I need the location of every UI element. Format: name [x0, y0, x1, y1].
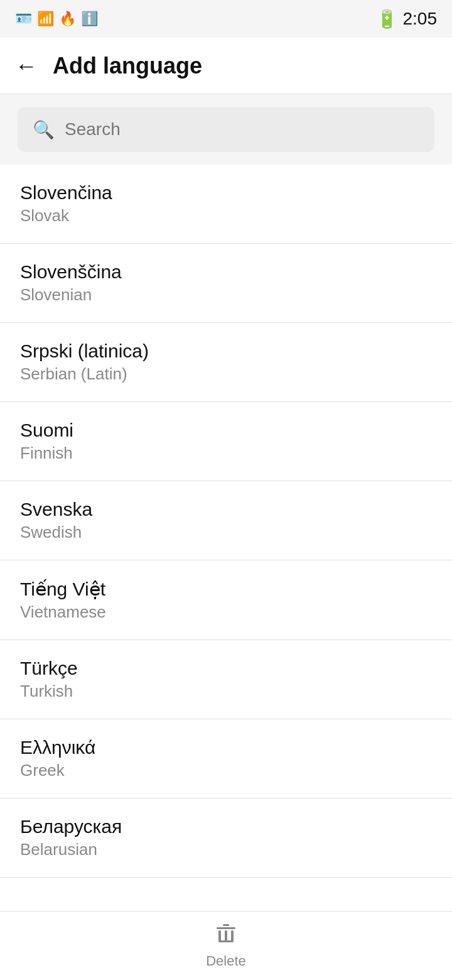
status-right: 🔋 2:05	[376, 9, 438, 30]
language-native-name: Slovenščina	[20, 261, 432, 283]
wifi-icon: 📶	[37, 11, 54, 27]
list-item[interactable]: ΕλληνικάGreek	[0, 719, 452, 798]
list-item[interactable]: SvenskaSwedish	[0, 481, 452, 560]
svg-rect-4	[231, 930, 234, 942]
svg-rect-2	[218, 930, 221, 942]
language-native-name: Türkçe	[20, 658, 432, 679]
list-item[interactable]: БеларускаяBelarusian	[0, 798, 452, 878]
language-english-name: Serbian (Latin)	[20, 364, 432, 384]
list-item[interactable]: Srpski (latinica)Serbian (Latin)	[0, 323, 452, 402]
language-english-name: Finnish	[20, 444, 432, 463]
svg-rect-5	[218, 940, 234, 942]
language-english-name: Slovak	[20, 206, 432, 226]
status-time: 2:05	[403, 9, 438, 29]
list-item[interactable]: Tiếng ViệtVietnamese	[0, 560, 452, 640]
language-native-name: Tiếng Việt	[20, 578, 432, 600]
language-english-name: Swedish	[20, 523, 432, 542]
list-item[interactable]: TürkçeTurkish	[0, 640, 452, 719]
delete-icon	[215, 922, 237, 950]
header: ← Add language	[0, 38, 452, 94]
svg-rect-0	[217, 927, 235, 929]
language-english-name: Turkish	[20, 682, 432, 701]
language-native-name: Slovenčina	[20, 182, 432, 204]
sim-card-icon: 🪪	[15, 11, 32, 27]
page-title: Add language	[53, 53, 202, 79]
language-english-name: Vietnamese	[20, 602, 432, 622]
svg-rect-3	[225, 930, 227, 942]
search-input[interactable]	[65, 119, 419, 139]
language-native-name: Suomi	[20, 420, 432, 441]
bottom-bar: Delete	[0, 911, 452, 980]
language-english-name: Belarusian	[20, 840, 432, 859]
battery-icon: 🔋	[376, 9, 398, 30]
language-native-name: Svenska	[20, 499, 432, 520]
back-button[interactable]: ←	[15, 55, 38, 77]
status-bar: 🪪 📶 🔥 ℹ️ 🔋 2:05	[0, 0, 452, 38]
language-native-name: Беларуская	[20, 816, 432, 837]
language-english-name: Slovenian	[20, 285, 432, 305]
language-native-name: Ελληνικά	[20, 737, 432, 758]
delete-label[interactable]: Delete	[206, 953, 246, 969]
search-container: 🔍	[0, 94, 452, 165]
status-icons-left: 🪪 📶 🔥 ℹ️	[15, 11, 98, 27]
list-item[interactable]: SlovenčinaSlovak	[0, 165, 452, 244]
info-icon: ℹ️	[81, 11, 98, 27]
list-item[interactable]: SuomiFinnish	[0, 402, 452, 481]
search-icon: 🔍	[33, 119, 55, 140]
list-item[interactable]: SlovenščinaSlovenian	[0, 244, 452, 323]
language-list: SlovenčinaSlovakSlovenščinaSlovenianSrps…	[0, 165, 452, 878]
language-native-name: Srpski (latinica)	[20, 340, 432, 362]
fire-icon: 🔥	[59, 11, 76, 27]
svg-rect-1	[223, 924, 229, 926]
search-bar[interactable]: 🔍	[18, 107, 434, 152]
back-arrow-icon: ←	[15, 55, 38, 77]
language-english-name: Greek	[20, 761, 432, 780]
